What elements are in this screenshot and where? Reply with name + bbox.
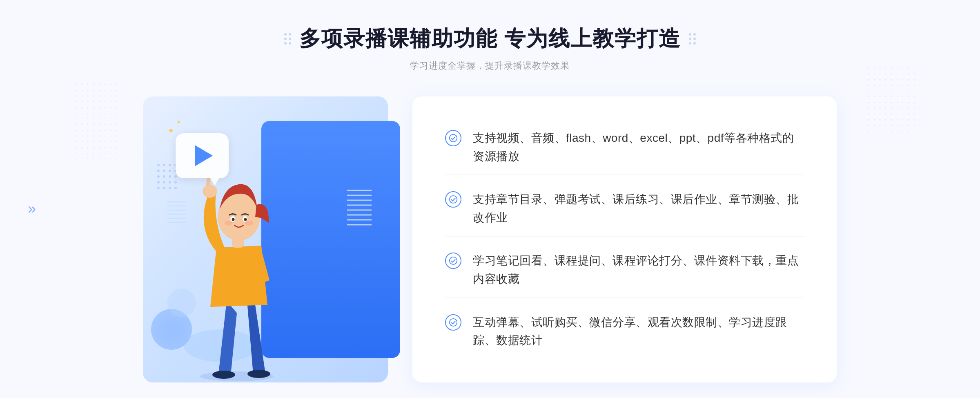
header-section: 多项录播课辅助功能 专为线上教学打造 学习进度全掌握，提升录播课教学效果: [284, 25, 696, 72]
page-title: 多项录播课辅助功能 专为线上教学打造: [299, 25, 681, 53]
svg-point-23: [157, 175, 160, 178]
svg-point-37: [247, 370, 270, 378]
features-panel: 支持视频、音频、flash、word、excel、ppt、pdf等各种格式的资源…: [412, 96, 837, 382]
content-section: ✦ ✦: [143, 96, 837, 382]
bg-dots-left: [74, 82, 122, 163]
feature-item-1: 支持视频、音频、flash、word、excel、ppt、pdf等各种格式的资源…: [445, 120, 804, 175]
check-icon-3: [445, 253, 461, 269]
svg-point-48: [450, 196, 457, 203]
bg-dots-right: [866, 65, 915, 139]
feature-text-1: 支持视频、音频、flash、word、excel、ppt、pdf等各种格式的资源…: [473, 129, 804, 166]
feature-text-2: 支持章节目录、弹题考试、课后练习、课后作业、章节测验、批改作业: [473, 190, 804, 227]
deco-lines: [347, 186, 376, 237]
play-bubble: [176, 133, 229, 178]
feature-text-4: 互动弹幕、试听购买、微信分享、观看次数限制、学习进度跟踪、数据统计: [473, 313, 804, 350]
play-triangle-icon: [195, 145, 213, 166]
svg-point-27: [157, 181, 160, 183]
svg-point-45: [225, 221, 233, 226]
check-icon-1: [445, 130, 461, 146]
star-icon-2: ✦: [176, 119, 181, 125]
svg-point-47: [450, 134, 457, 142]
header-title-row: 多项录播课辅助功能 专为线上教学打造: [284, 25, 696, 53]
check-icon-2: [445, 191, 461, 208]
check-icon-4: [445, 314, 461, 331]
svg-point-15: [157, 164, 160, 166]
svg-point-31: [157, 187, 160, 189]
chevron-left-icon: »: [28, 200, 36, 217]
svg-point-46: [245, 221, 253, 226]
svg-rect-0: [347, 186, 376, 235]
decorative-dots-right: [689, 33, 696, 45]
page-subtitle: 学习进度全掌握，提升录播课教学效果: [284, 60, 696, 72]
svg-point-50: [450, 318, 457, 326]
feature-text-3: 学习笔记回看、课程提问、课程评论打分、课件资料下载，重点内容收藏: [473, 252, 804, 288]
svg-point-38: [203, 185, 217, 198]
feature-item-3: 学习笔记回看、课程提问、课程评论打分、课件资料下载，重点内容收藏: [445, 243, 804, 298]
decorative-dots-left: [284, 33, 291, 45]
svg-point-49: [450, 257, 457, 264]
page-container: » 多项录播课辅助功能 专为线上教学打造 学习进度全掌握，提升录播课教学效果: [0, 0, 980, 398]
illustration-panel: ✦ ✦: [143, 96, 388, 382]
svg-point-44: [244, 218, 247, 221]
star-icon-1: ✦: [167, 126, 174, 136]
feature-item-2: 支持章节目录、弹题考试、课后练习、课后作业、章节测验、批改作业: [445, 181, 804, 237]
svg-point-43: [232, 218, 235, 221]
svg-point-19: [157, 170, 160, 172]
svg-point-36: [212, 371, 235, 379]
feature-item-4: 互动弹幕、试听购买、微信分享、观看次数限制、学习进度跟踪、数据统计: [445, 304, 804, 359]
